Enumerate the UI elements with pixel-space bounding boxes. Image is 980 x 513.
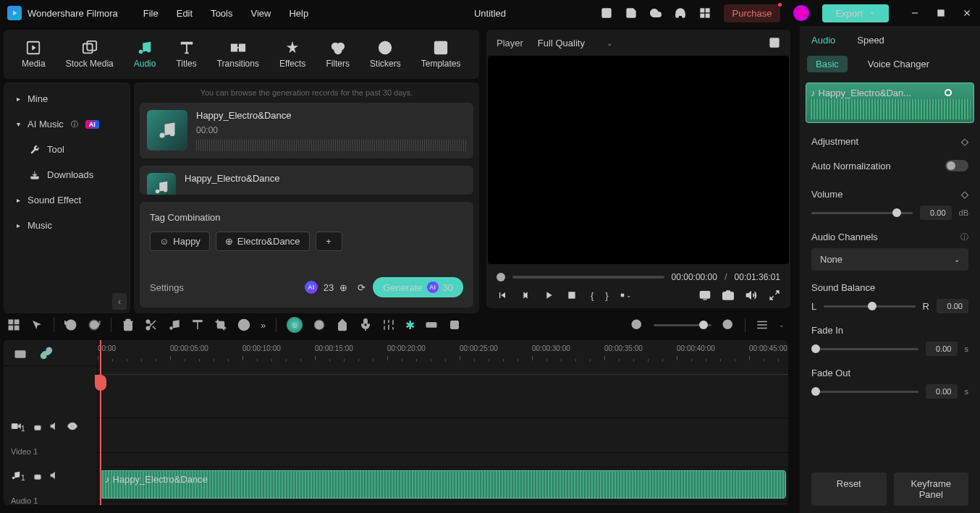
marker-icon[interactable] bbox=[336, 318, 349, 331]
volume-icon[interactable] bbox=[745, 289, 757, 301]
camera-icon[interactable] bbox=[722, 289, 734, 301]
tab-audio[interactable]: Audio bbox=[127, 35, 164, 73]
channels-dropdown[interactable]: None⌄ bbox=[811, 248, 968, 271]
circle-dashed-icon[interactable] bbox=[313, 318, 326, 331]
video-track-icon[interactable]: 1 bbox=[11, 421, 25, 433]
generate-button[interactable]: Generate AI 30 bbox=[373, 277, 463, 297]
cursor-icon[interactable] bbox=[30, 318, 43, 331]
keyframe-panel-button[interactable]: Keyframe Panel bbox=[894, 472, 969, 506]
menu-tools[interactable]: Tools bbox=[211, 8, 232, 19]
balance-slider[interactable] bbox=[824, 305, 915, 308]
audio-track[interactable]: ♪Happy_Electro&Dance bbox=[98, 467, 788, 502]
fadeout-slider[interactable] bbox=[811, 391, 918, 393]
delete-icon[interactable] bbox=[122, 318, 135, 331]
sidebar-item-mine[interactable]: ▸Mine bbox=[4, 86, 130, 111]
close-icon[interactable] bbox=[961, 7, 973, 19]
lock-icon[interactable] bbox=[33, 421, 43, 433]
subtab-voice-changer[interactable]: Voice Changer bbox=[859, 56, 938, 72]
maximize-icon[interactable] bbox=[935, 7, 947, 19]
speed-icon[interactable] bbox=[237, 318, 250, 331]
stop-icon[interactable] bbox=[566, 289, 578, 301]
adjust-icon[interactable] bbox=[382, 318, 395, 331]
refresh-icon[interactable]: ⟳ bbox=[358, 282, 366, 293]
link-icon[interactable]: ✱ bbox=[405, 318, 415, 332]
tab-audio-props[interactable]: Audio bbox=[811, 35, 835, 46]
mute-icon[interactable] bbox=[50, 470, 60, 483]
layout-icon[interactable] bbox=[601, 7, 612, 19]
tab-titles[interactable]: Titles bbox=[169, 35, 203, 73]
minimize-icon[interactable] bbox=[909, 7, 921, 19]
tag-add-button[interactable]: + bbox=[316, 232, 342, 251]
volume-value[interactable]: 0.00 bbox=[920, 205, 952, 220]
tab-filters[interactable]: Filters bbox=[318, 35, 357, 73]
sidebar-item-downloads[interactable]: Downloads bbox=[4, 162, 130, 187]
tag-electro[interactable]: ⊕Electro&Dance bbox=[216, 232, 310, 251]
tag-happy[interactable]: ☺Happy bbox=[150, 232, 210, 251]
music-item[interactable]: Happy_Electro&Dance 00:00 bbox=[140, 103, 473, 158]
export-button[interactable]: Export bbox=[822, 4, 889, 22]
sidebar-item-music[interactable]: ▸Music bbox=[4, 213, 130, 238]
keyframe-diamond-icon[interactable]: ◇ bbox=[961, 189, 968, 200]
volume-slider[interactable] bbox=[811, 212, 913, 214]
layout-icon[interactable] bbox=[7, 318, 20, 331]
menu-edit[interactable]: Edit bbox=[177, 8, 193, 19]
sidebar-item-tool[interactable]: Tool bbox=[4, 137, 130, 162]
play-pause-icon[interactable] bbox=[520, 289, 531, 301]
eye-icon[interactable] bbox=[67, 421, 77, 433]
timeline-ruler[interactable]: 00:0000:00:05:0000:00:10:0000:00:15:0000… bbox=[98, 340, 788, 375]
fadein-slider[interactable] bbox=[811, 348, 918, 350]
save-icon[interactable] bbox=[625, 7, 637, 19]
keyframe-icon[interactable] bbox=[448, 318, 461, 331]
tab-speed-props[interactable]: Speed bbox=[857, 35, 884, 46]
tab-stickers[interactable]: Stickers bbox=[363, 35, 408, 73]
ratio-icon[interactable]: ⌄ bbox=[620, 289, 632, 301]
crop-icon[interactable] bbox=[214, 318, 227, 331]
menu-file[interactable]: File bbox=[143, 8, 159, 19]
mark-in-icon[interactable]: { bbox=[591, 290, 594, 301]
video-track[interactable] bbox=[98, 418, 788, 453]
selected-clip-preview[interactable]: ♪Happy_Electro&Dan... bbox=[806, 82, 974, 123]
prev-frame-icon[interactable] bbox=[497, 289, 508, 301]
tab-templates[interactable]: Templates bbox=[414, 35, 468, 73]
tab-stock[interactable]: Stock Media bbox=[59, 35, 121, 73]
text-icon[interactable] bbox=[191, 318, 204, 331]
player-scrubber[interactable]: 00:00:00:00 / 00:01:36:01 bbox=[486, 264, 790, 289]
music-item[interactable]: Happy_Electro&Dance bbox=[140, 166, 473, 195]
mark-out-icon[interactable]: } bbox=[605, 290, 608, 301]
quality-dropdown[interactable]: Full Quality⌄ bbox=[538, 38, 612, 48]
play-icon[interactable] bbox=[543, 289, 554, 301]
undo-icon[interactable] bbox=[64, 318, 77, 331]
menu-view[interactable]: View bbox=[250, 8, 271, 19]
view-mode-icon[interactable] bbox=[756, 318, 769, 331]
apps-icon[interactable] bbox=[699, 7, 711, 19]
fadeout-value[interactable]: 0.00 bbox=[926, 384, 958, 399]
keyframe-diamond-icon[interactable]: ◇ bbox=[961, 136, 968, 147]
tab-media[interactable]: Media bbox=[14, 35, 53, 73]
display-icon[interactable] bbox=[699, 289, 711, 301]
fadein-value[interactable]: 0.00 bbox=[926, 342, 958, 356]
mic-icon[interactable] bbox=[359, 318, 372, 331]
player-viewport[interactable] bbox=[488, 56, 789, 264]
tab-transitions[interactable]: Transitions bbox=[210, 35, 266, 73]
reset-button[interactable]: Reset bbox=[811, 472, 887, 506]
zoom-in-icon[interactable] bbox=[722, 318, 735, 331]
sidebar-collapse-button[interactable]: ‹ bbox=[112, 293, 127, 310]
subtab-basic[interactable]: Basic bbox=[807, 56, 848, 72]
audio-track-icon[interactable]: 1 bbox=[11, 470, 25, 483]
redo-icon[interactable] bbox=[88, 318, 101, 331]
mute-icon[interactable] bbox=[50, 421, 60, 433]
balance-value[interactable]: 0.00 bbox=[937, 299, 968, 313]
more-tools-icon[interactable]: » bbox=[261, 320, 266, 331]
lock-tracks-icon[interactable] bbox=[14, 347, 27, 360]
purchase-button[interactable]: Purchase bbox=[724, 4, 781, 22]
playhead[interactable] bbox=[100, 340, 101, 505]
tab-effects[interactable]: Effects bbox=[272, 35, 313, 73]
cut-icon[interactable] bbox=[145, 318, 158, 331]
sidebar-item-soundeffect[interactable]: ▸Sound Effect bbox=[4, 187, 130, 213]
avatar[interactable] bbox=[793, 5, 809, 21]
ai-assist-icon[interactable]: ☺ bbox=[287, 317, 303, 333]
music-edit-icon[interactable] bbox=[168, 318, 181, 331]
sidebar-item-aimusic[interactable]: ▾AI MusicⓘAI bbox=[4, 111, 130, 137]
auto-norm-toggle[interactable] bbox=[945, 160, 968, 171]
settings-button[interactable]: Settings bbox=[150, 282, 184, 293]
